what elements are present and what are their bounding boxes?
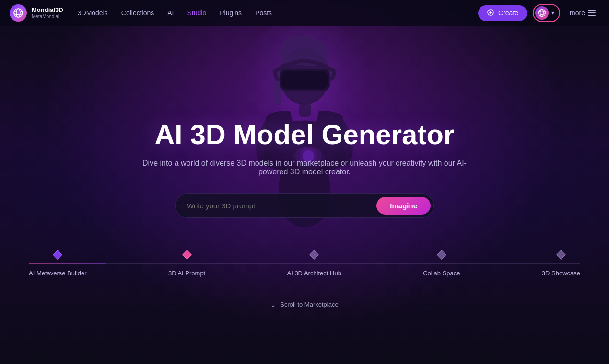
avatar <box>535 6 549 20</box>
logo-text: Mondial3D MetaMondial <box>32 7 63 19</box>
hamburger-icon <box>588 10 596 16</box>
nav-posts[interactable]: Posts <box>255 9 272 17</box>
timeline-label-2: AI 3D Architect Hub <box>287 270 341 277</box>
timeline-dot-3 <box>437 250 446 260</box>
timeline-label-0: AI Metaverse Builder <box>29 270 87 277</box>
timeline-dot-0 <box>53 250 62 260</box>
hero-section: AI 3D Model Generator Dive into a world … <box>0 0 609 364</box>
hero-content: AI 3D Model Generator Dive into a world … <box>141 118 468 218</box>
nav-studio[interactable]: Studio <box>187 9 206 17</box>
navbar: Mondial3D MetaMondial 3DModels Collectio… <box>0 0 609 26</box>
more-button[interactable]: more <box>566 7 599 19</box>
nav-right: Create ▾ more <box>478 4 599 22</box>
timeline-dot-2 <box>309 250 319 260</box>
logo-subtitle: MetaMondial <box>32 14 63 19</box>
chevron-down-icon: ▾ <box>551 10 554 16</box>
create-icon <box>487 9 494 18</box>
svg-point-2 <box>14 11 23 15</box>
more-label: more <box>570 9 585 17</box>
logo-title: Mondial3D <box>32 7 63 13</box>
nav-3dmodels[interactable]: 3DModels <box>78 9 108 17</box>
hero-title: AI 3D Model Generator <box>141 118 468 150</box>
create-button[interactable]: Create <box>478 5 527 21</box>
nav-plugins[interactable]: Plugins <box>220 9 242 17</box>
timeline-label-1: 3D AI Prompt <box>168 270 205 277</box>
timeline-item-0[interactable]: AI Metaverse Builder <box>29 251 87 277</box>
logo-area[interactable]: Mondial3D MetaMondial <box>10 4 63 22</box>
timeline-item-3[interactable]: Collab Space <box>423 251 460 277</box>
search-bar: Imagine <box>175 193 434 218</box>
logo-icon <box>10 4 27 22</box>
timeline-item-1[interactable]: 3D AI Prompt <box>168 251 205 277</box>
nav-links: 3DModels Collections AI Studio Plugins P… <box>78 9 478 17</box>
timeline-section: AI Metaverse Builder 3D AI Prompt AI 3D … <box>0 251 609 277</box>
timeline-item-4[interactable]: 3D Showcase <box>542 251 580 277</box>
nav-ai[interactable]: AI <box>167 9 174 17</box>
create-label: Create <box>498 9 518 17</box>
timeline-dot-4 <box>556 250 566 260</box>
prompt-input[interactable] <box>187 202 376 210</box>
timeline-label-3: Collab Space <box>423 270 460 277</box>
scroll-chevron-icon: ⌄ <box>270 301 276 308</box>
scroll-indicator[interactable]: ⌄ Scroll to Marketplace <box>270 301 338 308</box>
svg-point-1 <box>16 9 20 17</box>
nav-collections[interactable]: Collections <box>121 9 154 17</box>
timeline-dot-1 <box>182 250 192 260</box>
scroll-label: Scroll to Marketplace <box>280 301 338 308</box>
hero-subtitle: Dive into a world of diverse 3D models i… <box>141 159 468 176</box>
svg-rect-10 <box>281 71 328 89</box>
svg-point-6 <box>539 11 546 15</box>
svg-point-0 <box>14 9 23 17</box>
svg-rect-11 <box>299 103 311 117</box>
timeline-label-4: 3D Showcase <box>542 270 580 277</box>
svg-point-4 <box>539 10 546 17</box>
avatar-button[interactable]: ▾ <box>533 4 560 22</box>
imagine-button[interactable]: Imagine <box>376 197 431 215</box>
timeline-track: AI Metaverse Builder 3D AI Prompt AI 3D … <box>29 251 580 277</box>
timeline-item-2[interactable]: AI 3D Architect Hub <box>287 251 341 277</box>
svg-point-5 <box>540 10 544 17</box>
